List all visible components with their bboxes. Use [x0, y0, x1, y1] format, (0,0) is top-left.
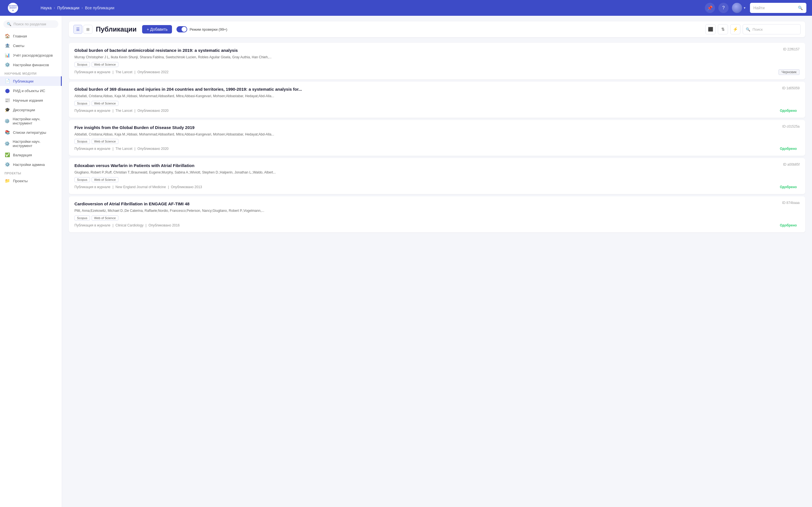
pub-type: Публикация в журнале [74, 185, 110, 189]
sidebar-label-dissertations: Диссертации [13, 108, 35, 112]
sidebar-label-fin-settings: Настройки финансов [13, 63, 49, 67]
pub-status-row: Публикация в журнале | Clinical Cardiolo… [74, 223, 800, 228]
pub-header: Global burden of bacterial antimicrobial… [74, 47, 800, 53]
breadcrumb-sep-1: › [54, 6, 55, 10]
biblio-icon: 📚 [4, 130, 10, 135]
pub-id: ID 1d05059 [782, 86, 800, 90]
sidebar-item-estimates[interactable]: 🏦 Сметы [0, 41, 62, 50]
sidebar-item-biblio[interactable]: 📚 Списки литературы [0, 128, 62, 137]
pub-type: Публикация в журнале [74, 70, 110, 74]
admin-icon: ⚙️ [4, 162, 10, 167]
avatar-area[interactable]: ▾ [732, 3, 746, 13]
breadcrumb: Наука › Публикации › Все публикации [41, 6, 114, 10]
pub-authors: Giugliano, Robert P.;Ruff, Christian T.;… [74, 170, 800, 175]
pub-id: ID a00b85f [783, 163, 800, 166]
pub-status-row: Публикация в журнале | The Lancet | Опуб… [74, 69, 800, 75]
sidebar-item-home[interactable]: 🏠 Главная [0, 31, 62, 41]
breadcrumb-all-pubs: Все публикации [85, 6, 114, 10]
sidebar-item-rid[interactable]: ⬤ РИД и объекты ИС [0, 86, 62, 96]
sidebar-search-icon: 🔍 [7, 22, 11, 26]
pub-tags: ScopusWeb of Science [74, 62, 800, 67]
pub-title: Five insights from the Global Burden of … [74, 124, 195, 130]
sidebar-item-fin-settings[interactable]: ⚙️ Настройки финансов [0, 60, 62, 69]
list-view-btn[interactable]: ☰ [73, 25, 82, 34]
sidebar-item-projects[interactable]: 📁 Проекты [0, 176, 62, 186]
pub-type: Публикация в журнале [74, 223, 110, 227]
logo-icon: SECHENOV UNIVERSITY [8, 3, 18, 13]
pub-id: ID c01525a [782, 124, 800, 128]
sidebar-item-validation[interactable]: ✅ Валидация [0, 150, 62, 160]
svg-point-3 [12, 10, 14, 11]
home-icon: 🏠 [4, 34, 10, 39]
journals-icon: 📰 [4, 98, 10, 103]
review-mode-toggle[interactable] [176, 26, 187, 33]
avatar [732, 3, 742, 13]
svg-text:UNIVERSITY: UNIVERSITY [9, 7, 17, 9]
sidebar-section-projects: ПРОЕКТЫ 📁 Проекты [0, 169, 62, 186]
grid-view-btn[interactable]: ⊞ [84, 25, 93, 34]
publication-card-3[interactable]: Edoxaban versus Warfarin in Patients wit… [69, 158, 805, 194]
pub-status-badge: Одобрено [777, 223, 800, 228]
publication-card-4[interactable]: Cardioversion of Atrial Fibrillation in … [69, 196, 805, 232]
pub-title: Edoxaban versus Warfarin in Patients wit… [74, 163, 195, 168]
sidebar-item-admin[interactable]: ⚙️ Настройки админа [0, 160, 62, 169]
sidebar-item-sci-tools2[interactable]: ⚙️ Настройки науч. инструмент [0, 137, 62, 150]
pub-authors: Murray Christopher J L, Ikuta Kevin Shun… [74, 55, 800, 60]
estimates-icon: 🏦 [4, 43, 10, 48]
toolbar-right: ⬛ ⇅ ⚡ 🔍 [705, 24, 801, 34]
pub-year: Опубликовано 2016 [149, 223, 180, 227]
sidebar-item-sci-tools[interactable]: ⚙️ Настройки науч. инструмент [0, 115, 62, 128]
sidebar-item-dissertations[interactable]: 🎓 Диссертации [0, 105, 62, 115]
pub-header: Five insights from the Global Burden of … [74, 124, 800, 130]
sidebar-item-journals[interactable]: 📰 Научные издания [0, 96, 62, 105]
export-btn[interactable]: ⬛ [705, 24, 716, 34]
pub-journal: The Lancet [116, 147, 133, 151]
pin-icon-btn[interactable]: 📌 [705, 3, 715, 13]
publications-list: Global burden of bacterial antimicrobial… [69, 43, 805, 235]
breadcrumb-publications[interactable]: Публикации [57, 6, 79, 10]
logo[interactable]: SECHENOV UNIVERSITY [6, 2, 34, 14]
help-icon-btn[interactable]: ? [718, 3, 728, 13]
pub-status-row: Публикация в журнале | The Lancet | Опуб… [74, 146, 800, 151]
publications-search-box[interactable]: 🔍 [743, 24, 801, 34]
tag: Scopus [74, 62, 90, 67]
sort-btn[interactable]: ⇅ [718, 24, 728, 34]
projects-icon: 📁 [4, 178, 10, 183]
pub-year: Опубликовано 2020 [137, 109, 168, 113]
sidebar-label-sci-tools: Настройки науч. инструмент [13, 117, 57, 125]
sidebar-search-input[interactable] [13, 22, 55, 26]
sidebar-label-journals: Научные издания [13, 98, 43, 103]
tag: Web of Science [92, 139, 118, 144]
page-title: Публикации [96, 25, 137, 33]
filter-btn[interactable]: ⚡ [730, 24, 741, 34]
breadcrumb-nauka[interactable]: Наука [41, 6, 52, 10]
global-search-input[interactable] [753, 6, 796, 10]
tag: Scopus [74, 139, 90, 144]
pin-icon: 📌 [707, 5, 713, 11]
tag: Web of Science [92, 62, 118, 67]
sidebar-item-publications[interactable]: 📄 Публикации [0, 76, 62, 86]
publication-card-0[interactable]: Global burden of bacterial antimicrobial… [69, 43, 805, 79]
sidebar-section-label-science: НАУЧНЫЕ МОДУЛИ [0, 69, 62, 76]
pub-authors: Plitt, Anna;Ezekowitz, Michael D.;De Cat… [74, 209, 800, 213]
sidebar-item-expenses[interactable]: 📊 Учёт расходов/доходов [0, 50, 62, 60]
pub-tags: ScopusWeb of Science [74, 101, 800, 106]
pub-status-badge: Одобрено [777, 108, 800, 113]
sci-tools2-icon: ⚙️ [4, 141, 10, 146]
publication-card-2[interactable]: Five insights from the Global Burden of … [69, 120, 805, 156]
add-publication-button[interactable]: + Добавить [142, 25, 172, 34]
sidebar-search-box[interactable]: 🔍 [3, 20, 58, 28]
svg-text:SECHENOV: SECHENOV [9, 5, 17, 7]
pub-tags: ScopusWeb of Science [74, 177, 800, 182]
breadcrumb-sep-2: › [82, 6, 83, 10]
pub-status-badge: Одобрено [777, 184, 800, 189]
sidebar-search-area: 🔍 [0, 20, 62, 31]
publication-card-1[interactable]: Global burden of 369 diseases and injuri… [69, 82, 805, 118]
validation-icon: ✅ [4, 152, 10, 158]
publications-search-input[interactable] [753, 27, 798, 32]
tag: Web of Science [92, 216, 118, 221]
global-search-box[interactable]: 🔍 [750, 3, 806, 13]
pub-status-row: Публикация в журнале | New England Journ… [74, 184, 800, 189]
pub-status-row: Публикация в журнале | The Lancet | Опуб… [74, 108, 800, 113]
expenses-icon: 📊 [4, 53, 10, 58]
